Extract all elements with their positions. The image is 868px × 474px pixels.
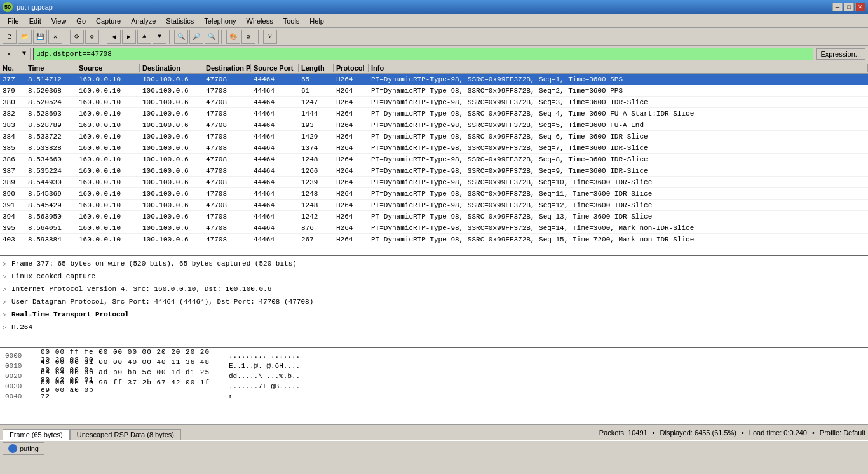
cell-src: 160.0.0.10 — [76, 109, 140, 118]
header-no: No. — [0, 64, 25, 72]
menu-analyze[interactable]: Analyze — [126, 16, 161, 26]
detail-arrow: ▷ — [3, 260, 11, 267]
cell-dstport: 47708 — [203, 189, 251, 198]
header-info: Info — [369, 64, 868, 72]
table-row[interactable]: 389 8.544930 160.0.0.10 100.100.0.6 4770… — [0, 177, 868, 188]
cell-srcport: 44464 — [251, 224, 299, 233]
cell-time: 8.520368 — [25, 86, 76, 95]
maximize-button[interactable]: □ — [844, 3, 854, 11]
table-row[interactable]: 379 8.520368 160.0.0.10 100.100.0.6 4770… — [0, 85, 868, 97]
toolbar-forward[interactable]: ▶ — [122, 30, 136, 44]
menu-edit[interactable]: Edit — [24, 16, 46, 26]
filter-arrow-btn[interactable]: ▼ — [18, 48, 31, 60]
cell-info: PT=DynamicRTP-Type-98, SSRC=0x99FF372B, … — [369, 212, 868, 221]
table-row[interactable]: 386 8.534660 160.0.0.10 100.100.0.6 4770… — [0, 154, 868, 165]
toolbar-open[interactable]: 📂 — [18, 30, 32, 44]
cell-srcport: 44464 — [251, 98, 299, 107]
status-tab[interactable]: Unescaped RSP Data (8 bytes) — [70, 429, 181, 440]
toolbar-save[interactable]: 💾 — [33, 30, 47, 44]
filter-close-btn[interactable]: ✕ — [3, 48, 15, 60]
cell-dst: 100.100.0.6 — [140, 144, 203, 152]
cell-src: 160.0.0.10 — [76, 98, 140, 107]
menu-capture[interactable]: Capture — [91, 16, 126, 26]
toolbar-colorize[interactable]: 🎨 — [226, 30, 240, 44]
menu-statistics[interactable]: Statistics — [161, 16, 199, 26]
menu-tools[interactable]: Tools — [278, 16, 305, 26]
taskbar-app[interactable]: puting — [3, 442, 44, 455]
cell-no: 395 — [0, 224, 25, 233]
sep1 — [65, 30, 67, 44]
detail-row[interactable]: ▷ User Datagram Protocol, Src Port: 4446… — [3, 295, 865, 308]
detail-row[interactable]: ▷ Real-Time Transport Protocol — [3, 308, 865, 321]
toolbar-reload[interactable]: ⟳ — [70, 30, 84, 44]
cell-proto: H264 — [334, 155, 369, 164]
table-row[interactable]: 380 8.520524 160.0.0.10 100.100.0.6 4770… — [0, 97, 868, 108]
sep2 — [102, 30, 104, 44]
toolbar-prefs[interactable]: ⚙ — [241, 30, 255, 44]
cell-dstport: 47708 — [203, 109, 251, 118]
table-row[interactable]: 383 8.528789 160.0.0.10 100.100.0.6 4770… — [0, 119, 868, 131]
toolbar-down[interactable]: ▼ — [153, 30, 166, 44]
expression-button[interactable]: Expression... — [816, 48, 865, 60]
app-task-icon — [8, 444, 17, 453]
detail-row[interactable]: ▷ Internet Protocol Version 4, Src: 160.… — [3, 283, 865, 295]
toolbar-new[interactable]: 🗋 — [3, 30, 17, 44]
cell-dstport: 47708 — [203, 132, 251, 141]
menu-wireless[interactable]: Wireless — [241, 16, 278, 26]
table-row[interactable]: 385 8.533828 160.0.0.10 100.100.0.6 4770… — [0, 142, 868, 154]
table-row[interactable]: 390 8.545369 160.0.0.10 100.100.0.6 4770… — [0, 188, 868, 200]
menu-view[interactable]: View — [46, 16, 72, 26]
status-tab[interactable]: Frame (65 bytes) — [3, 429, 70, 440]
cell-src: 160.0.0.10 — [76, 212, 140, 221]
toolbar-capture-opts[interactable]: ⚙ — [85, 30, 99, 44]
cell-len: 267 — [299, 235, 334, 244]
cell-srcport: 44464 — [251, 166, 299, 175]
cell-src: 160.0.0.10 — [76, 166, 140, 175]
table-row[interactable]: 391 8.545429 160.0.0.10 100.100.0.6 4770… — [0, 200, 868, 211]
menu-file[interactable]: File — [3, 16, 24, 26]
cell-src: 160.0.0.10 — [76, 86, 140, 95]
table-row[interactable]: 382 8.528693 160.0.0.10 100.100.0.6 4770… — [0, 108, 868, 119]
profile-stat: Profile: Default — [820, 429, 865, 437]
toolbar-filter1[interactable]: 🔍 — [174, 30, 188, 44]
detail-row[interactable]: ▷ Linux cooked capture — [3, 270, 865, 283]
toolbar-help[interactable]: ? — [263, 30, 277, 44]
cell-dst: 100.100.0.6 — [140, 178, 203, 187]
cell-info: PT=DynamicRTP-Type-98, SSRC=0x99FF372B, … — [369, 201, 868, 210]
toolbar-up[interactable]: ▲ — [137, 30, 151, 44]
packet-detail: ▷ Frame 377: 65 bytes on wire (520 bits)… — [0, 256, 868, 348]
detail-row[interactable]: ▷ Frame 377: 65 bytes on wire (520 bits)… — [3, 257, 865, 270]
filter-input[interactable] — [33, 48, 813, 60]
cell-dst: 100.100.0.6 — [140, 121, 203, 130]
titlebar-buttons[interactable]: ─ □ ✕ — [832, 3, 865, 11]
table-row[interactable]: 387 8.535224 160.0.0.10 100.100.0.6 4770… — [0, 165, 868, 177]
packet-header: No. Time Source Destination Destination … — [0, 62, 868, 74]
close-button[interactable]: ✕ — [855, 3, 865, 11]
cell-time: 8.528693 — [25, 109, 76, 118]
hex-offset: 0040 — [5, 393, 31, 400]
cell-time: 8.545429 — [25, 201, 76, 210]
table-row[interactable]: 377 8.514712 160.0.0.10 100.100.0.6 4770… — [0, 74, 868, 85]
table-row[interactable]: 394 8.563950 160.0.0.10 100.100.0.6 4770… — [0, 211, 868, 222]
menu-help[interactable]: Help — [304, 16, 329, 26]
toolbar-filter2[interactable]: 🔎 — [189, 30, 203, 44]
header-protocol: Protocol — [334, 64, 369, 72]
toolbar-filter3[interactable]: 🔍 — [205, 30, 219, 44]
header-length: Length — [299, 64, 334, 72]
cell-dstport: 47708 — [203, 121, 251, 130]
detail-row[interactable]: ▷ H.264 — [3, 321, 865, 334]
cell-no: 390 — [0, 189, 25, 198]
table-row[interactable]: 384 8.533722 160.0.0.10 100.100.0.6 4770… — [0, 131, 868, 142]
menu-telephony[interactable]: Telephony — [199, 16, 241, 26]
table-row[interactable]: 403 8.593884 160.0.0.10 100.100.0.6 4770… — [0, 234, 868, 245]
toolbar-back[interactable]: ◀ — [107, 30, 121, 44]
toolbar-close[interactable]: ✕ — [48, 30, 62, 44]
minimize-button[interactable]: ─ — [832, 3, 843, 11]
cell-time: 8.563950 — [25, 212, 76, 221]
cell-no: 385 — [0, 144, 25, 152]
table-row[interactable]: 395 8.564051 160.0.0.10 100.100.0.6 4770… — [0, 222, 868, 234]
cell-time: 8.545369 — [25, 189, 76, 198]
menu-go[interactable]: Go — [71, 16, 91, 26]
cell-src: 160.0.0.10 — [76, 224, 140, 233]
sep4 — [221, 30, 224, 44]
